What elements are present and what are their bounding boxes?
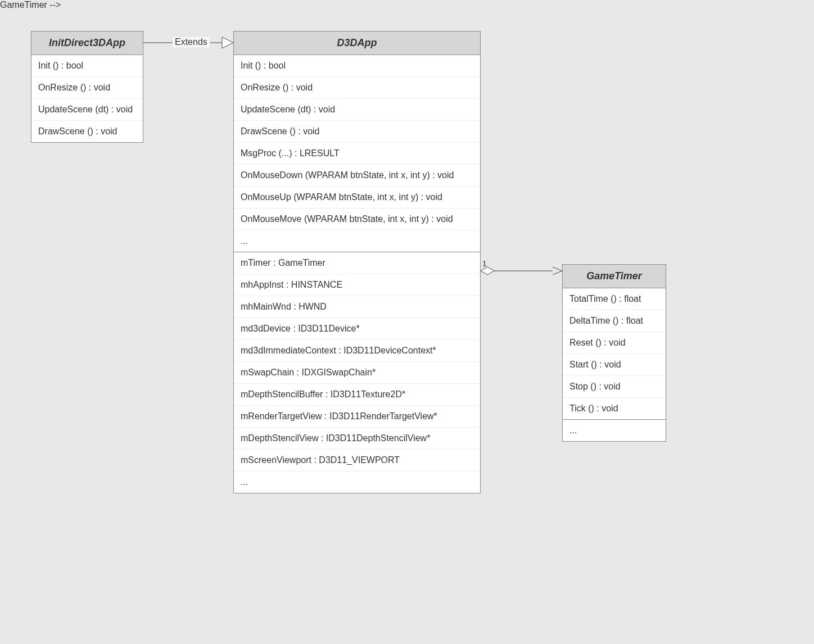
- svg-marker-1: [222, 37, 233, 48]
- method: OnMouseMove (WPARAM btnState, int x, int…: [234, 208, 480, 230]
- method: Tick () : void: [563, 398, 666, 419]
- method: DrawScene () : void: [234, 121, 480, 143]
- method: Init () : bool: [31, 55, 143, 77]
- method: MsgProc (...) : LRESULT: [234, 143, 480, 165]
- attribute: mSwapChain : IDXGISwapChain*: [234, 362, 480, 384]
- methods-section: TotalTime () : float DeltaTime () : floa…: [563, 288, 666, 420]
- attribute: mDepthStencilView : ID3D11DepthStencilVi…: [234, 428, 480, 450]
- extends-label: Extends: [173, 37, 210, 47]
- method: DeltaTime () : float: [563, 310, 666, 332]
- method: OnMouseDown (WPARAM btnState, int x, int…: [234, 165, 480, 187]
- method: OnResize () : void: [31, 77, 143, 99]
- class-initdirect3dapp: InitDirect3DApp Init () : bool OnResize …: [31, 31, 143, 143]
- class-title: GameTimer: [563, 265, 666, 288]
- method: DrawScene () : void: [31, 121, 143, 142]
- class-gametimer: GameTimer TotalTime () : float DeltaTime…: [562, 264, 666, 442]
- attribute: mDepthStencilBuffer : ID3D11Texture2D*: [234, 384, 480, 406]
- attributes-section: ...: [563, 420, 666, 441]
- class-title: InitDirect3DApp: [31, 31, 143, 55]
- method: Stop () : void: [563, 376, 666, 398]
- method: Init () : bool: [234, 55, 480, 77]
- aggregation-connector: [481, 264, 564, 281]
- method: Reset () : void: [563, 332, 666, 354]
- method: TotalTime () : float: [563, 288, 666, 310]
- attribute: mTimer : GameTimer: [234, 252, 480, 274]
- method: Start () : void: [563, 354, 666, 376]
- method: OnMouseUp (WPARAM btnState, int x, int y…: [234, 187, 480, 208]
- method: UpdateScene (dt) : void: [31, 99, 143, 121]
- attribute: ...: [234, 471, 480, 493]
- svg-marker-2: [481, 267, 494, 275]
- aggregation-multiplicity: 1: [482, 259, 487, 268]
- attribute: mScreenViewport : D3D11_VIEWPORT: [234, 450, 480, 471]
- attribute: mhAppInst : HINSTANCE: [234, 274, 480, 296]
- methods-section: Init () : bool OnResize () : void Update…: [31, 55, 143, 142]
- attribute: mRenderTargetView : ID3D11RenderTargetVi…: [234, 406, 480, 428]
- attribute: ...: [563, 420, 666, 441]
- class-title: D3DApp: [234, 31, 480, 55]
- attribute: md3dDevice : ID3D11Device*: [234, 318, 480, 340]
- method: UpdateScene (dt) : void: [234, 99, 480, 121]
- attribute: md3dImmediateContext : ID3D11DeviceConte…: [234, 340, 480, 362]
- attributes-section: mTimer : GameTimer mhAppInst : HINSTANCE…: [234, 252, 480, 493]
- method: OnResize () : void: [234, 77, 480, 99]
- class-d3dapp: D3DApp Init () : bool OnResize () : void…: [233, 31, 481, 493]
- method: ...: [234, 230, 480, 252]
- attribute: mhMainWnd : HWND: [234, 296, 480, 318]
- methods-section: Init () : bool OnResize () : void Update…: [234, 55, 480, 252]
